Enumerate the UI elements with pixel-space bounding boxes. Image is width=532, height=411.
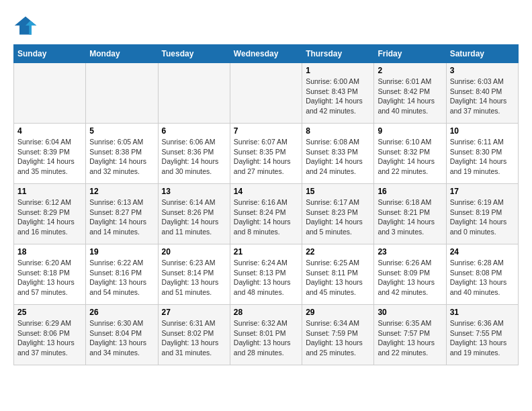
day-number: 29 (306, 308, 370, 317)
calendar-cell: 29Sunrise: 6:34 AM Sunset: 7:59 PM Dayli… (302, 305, 374, 365)
day-number: 21 (234, 247, 298, 257)
calendar-header-row: SundayMondayTuesdayWednesdayThursdayFrid… (14, 45, 519, 63)
day-info: Sunrise: 6:26 AM Sunset: 8:09 PM Dayligh… (378, 258, 442, 298)
header-wednesday: Wednesday (230, 45, 302, 63)
day-number: 30 (378, 308, 442, 317)
calendar-cell: 1Sunrise: 6:00 AM Sunset: 8:43 PM Daylig… (302, 63, 374, 124)
day-number: 13 (162, 187, 226, 196)
calendar-cell: 8Sunrise: 6:08 AM Sunset: 8:33 PM Daylig… (302, 124, 374, 184)
day-info: Sunrise: 6:03 AM Sunset: 8:40 PM Dayligh… (450, 77, 515, 116)
day-info: Sunrise: 6:20 AM Sunset: 8:18 PM Dayligh… (17, 258, 82, 298)
page-header (13, 13, 519, 38)
day-info: Sunrise: 6:07 AM Sunset: 8:35 PM Dayligh… (234, 137, 298, 177)
calendar-cell: 28Sunrise: 6:32 AM Sunset: 8:01 PM Dayli… (230, 305, 302, 365)
day-info: Sunrise: 6:36 AM Sunset: 7:55 PM Dayligh… (450, 318, 515, 358)
day-number: 15 (306, 187, 370, 196)
day-number: 24 (450, 247, 515, 257)
day-number: 28 (234, 308, 298, 317)
day-number: 17 (450, 187, 515, 196)
calendar-table: SundayMondayTuesdayWednesdayThursdayFrid… (13, 44, 519, 365)
calendar-week-row: 18Sunrise: 6:20 AM Sunset: 8:18 PM Dayli… (14, 244, 519, 305)
calendar-cell: 20Sunrise: 6:23 AM Sunset: 8:14 PM Dayli… (158, 244, 230, 305)
day-info: Sunrise: 6:10 AM Sunset: 8:32 PM Dayligh… (378, 137, 442, 177)
day-number: 7 (234, 126, 298, 136)
day-number: 8 (306, 126, 370, 136)
day-info: Sunrise: 6:05 AM Sunset: 8:38 PM Dayligh… (89, 137, 154, 177)
calendar-cell: 10Sunrise: 6:11 AM Sunset: 8:30 PM Dayli… (446, 124, 518, 184)
calendar-cell: 21Sunrise: 6:24 AM Sunset: 8:13 PM Dayli… (230, 244, 302, 305)
calendar-cell: 16Sunrise: 6:18 AM Sunset: 8:21 PM Dayli… (374, 184, 446, 244)
day-info: Sunrise: 6:35 AM Sunset: 7:57 PM Dayligh… (378, 318, 442, 358)
calendar-week-row: 11Sunrise: 6:12 AM Sunset: 8:29 PM Dayli… (14, 184, 519, 244)
day-number: 3 (450, 66, 515, 75)
day-info: Sunrise: 6:16 AM Sunset: 8:24 PM Dayligh… (234, 197, 298, 237)
day-number: 4 (17, 126, 82, 136)
day-number: 14 (234, 187, 298, 196)
day-info: Sunrise: 6:19 AM Sunset: 8:19 PM Dayligh… (450, 197, 515, 237)
day-info: Sunrise: 6:31 AM Sunset: 8:02 PM Dayligh… (162, 318, 226, 358)
calendar-cell (14, 63, 86, 124)
calendar-cell: 7Sunrise: 6:07 AM Sunset: 8:35 PM Daylig… (230, 124, 302, 184)
header-friday: Friday (374, 45, 446, 63)
calendar-cell: 30Sunrise: 6:35 AM Sunset: 7:57 PM Dayli… (374, 305, 446, 365)
calendar-cell: 25Sunrise: 6:29 AM Sunset: 8:06 PM Dayli… (14, 305, 86, 365)
calendar-cell: 15Sunrise: 6:17 AM Sunset: 8:23 PM Dayli… (302, 184, 374, 244)
day-number: 27 (162, 308, 226, 317)
day-number: 10 (450, 126, 515, 136)
day-number: 16 (378, 187, 442, 196)
day-number: 22 (306, 247, 370, 257)
calendar-cell: 24Sunrise: 6:28 AM Sunset: 8:08 PM Dayli… (446, 244, 518, 305)
day-info: Sunrise: 6:25 AM Sunset: 8:11 PM Dayligh… (306, 258, 370, 298)
day-number: 25 (17, 308, 82, 317)
day-info: Sunrise: 6:12 AM Sunset: 8:29 PM Dayligh… (17, 197, 82, 237)
day-info: Sunrise: 6:13 AM Sunset: 8:27 PM Dayligh… (89, 197, 154, 237)
logo (13, 13, 40, 38)
day-number: 2 (378, 66, 442, 75)
day-number: 20 (162, 247, 226, 257)
day-info: Sunrise: 6:34 AM Sunset: 7:59 PM Dayligh… (306, 318, 370, 358)
header-monday: Monday (86, 45, 158, 63)
calendar-cell: 23Sunrise: 6:26 AM Sunset: 8:09 PM Dayli… (374, 244, 446, 305)
day-info: Sunrise: 6:24 AM Sunset: 8:13 PM Dayligh… (234, 258, 298, 298)
calendar-cell: 17Sunrise: 6:19 AM Sunset: 8:19 PM Dayli… (446, 184, 518, 244)
calendar-cell: 18Sunrise: 6:20 AM Sunset: 8:18 PM Dayli… (14, 244, 86, 305)
calendar-cell: 4Sunrise: 6:04 AM Sunset: 8:39 PM Daylig… (14, 124, 86, 184)
day-info: Sunrise: 6:23 AM Sunset: 8:14 PM Dayligh… (162, 258, 226, 298)
day-info: Sunrise: 6:28 AM Sunset: 8:08 PM Dayligh… (450, 258, 515, 298)
calendar-cell: 31Sunrise: 6:36 AM Sunset: 7:55 PM Dayli… (446, 305, 518, 365)
day-number: 11 (17, 187, 82, 196)
day-info: Sunrise: 6:14 AM Sunset: 8:26 PM Dayligh… (162, 197, 226, 237)
header-thursday: Thursday (302, 45, 374, 63)
day-info: Sunrise: 6:17 AM Sunset: 8:23 PM Dayligh… (306, 197, 370, 237)
calendar-cell: 19Sunrise: 6:22 AM Sunset: 8:16 PM Dayli… (86, 244, 158, 305)
day-number: 9 (378, 126, 442, 136)
day-number: 19 (89, 247, 154, 257)
day-number: 1 (306, 66, 370, 75)
header-saturday: Saturday (446, 45, 518, 63)
day-number: 31 (450, 308, 515, 317)
day-info: Sunrise: 6:08 AM Sunset: 8:33 PM Dayligh… (306, 137, 370, 177)
calendar-cell (86, 63, 158, 124)
header-sunday: Sunday (14, 45, 86, 63)
calendar-cell: 6Sunrise: 6:06 AM Sunset: 8:36 PM Daylig… (158, 124, 230, 184)
calendar-week-row: 4Sunrise: 6:04 AM Sunset: 8:39 PM Daylig… (14, 124, 519, 184)
day-info: Sunrise: 6:32 AM Sunset: 8:01 PM Dayligh… (234, 318, 298, 358)
day-number: 12 (89, 187, 154, 196)
calendar-cell: 3Sunrise: 6:03 AM Sunset: 8:40 PM Daylig… (446, 63, 518, 124)
day-info: Sunrise: 6:29 AM Sunset: 8:06 PM Dayligh… (17, 318, 82, 358)
logo-icon (13, 13, 38, 38)
day-number: 18 (17, 247, 82, 257)
calendar-week-row: 25Sunrise: 6:29 AM Sunset: 8:06 PM Dayli… (14, 305, 519, 365)
day-info: Sunrise: 6:04 AM Sunset: 8:39 PM Dayligh… (17, 137, 82, 177)
day-info: Sunrise: 6:22 AM Sunset: 8:16 PM Dayligh… (89, 258, 154, 298)
calendar-cell: 5Sunrise: 6:05 AM Sunset: 8:38 PM Daylig… (86, 124, 158, 184)
day-info: Sunrise: 6:06 AM Sunset: 8:36 PM Dayligh… (162, 137, 226, 177)
header-tuesday: Tuesday (158, 45, 230, 63)
day-info: Sunrise: 6:18 AM Sunset: 8:21 PM Dayligh… (378, 197, 442, 237)
calendar-week-row: 1Sunrise: 6:00 AM Sunset: 8:43 PM Daylig… (14, 63, 519, 124)
day-info: Sunrise: 6:01 AM Sunset: 8:42 PM Dayligh… (378, 77, 442, 116)
calendar-cell: 11Sunrise: 6:12 AM Sunset: 8:29 PM Dayli… (14, 184, 86, 244)
calendar-cell: 9Sunrise: 6:10 AM Sunset: 8:32 PM Daylig… (374, 124, 446, 184)
day-info: Sunrise: 6:11 AM Sunset: 8:30 PM Dayligh… (450, 137, 515, 177)
calendar-cell: 27Sunrise: 6:31 AM Sunset: 8:02 PM Dayli… (158, 305, 230, 365)
